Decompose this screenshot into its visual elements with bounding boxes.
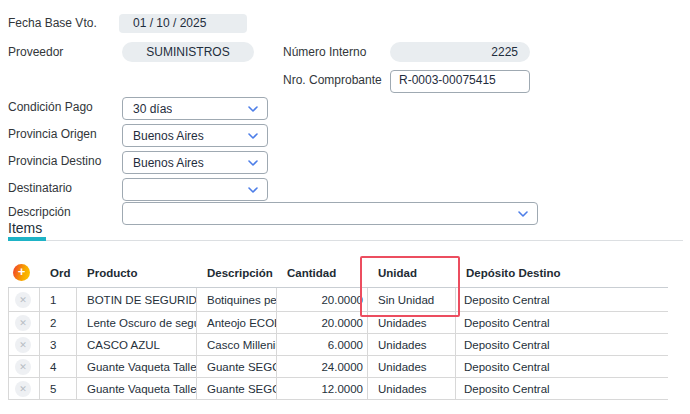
cell-ord: 3 [40,334,77,356]
destinatario-label: Destinatario [8,178,72,199]
chevron-down-icon [247,103,259,115]
cell-producto[interactable]: Lente Oscuro de seguri... [77,312,197,334]
cell-producto[interactable]: BOTIN DE SEGURIDAD [77,288,197,312]
col-header-descripcion: Descripción [197,258,277,287]
cell-descripcion[interactable]: Botiquines peq... [197,288,277,312]
cell-descripcion[interactable]: Anteojo ECOLI... [197,312,277,334]
items-table: + Ord Producto Descripción Cantidad Unid… [8,258,668,400]
provincia-destino-value: Buenos Aires [133,156,204,170]
numero-interno-field: 2225 [390,42,530,62]
nro-comprobante-input[interactable]: R-0003-00075415 [390,70,530,93]
cell-deposito[interactable]: Deposito Central [456,312,668,334]
table-header-row: + Ord Producto Descripción Cantidad Unid… [8,258,668,288]
proveedor-field: SUMINISTROS [122,42,254,62]
chevron-down-icon [247,157,259,169]
delete-row-icon[interactable]: ✕ [15,315,31,331]
chevron-down-icon [247,130,259,142]
provincia-destino-select[interactable]: Buenos Aires [122,151,268,174]
cell-unidad[interactable]: Sin Unidad [368,288,456,312]
cell-cantidad[interactable]: 20.0000 [277,312,368,334]
cell-cantidad[interactable]: 20.0000 [277,288,368,312]
table-row: ✕ 3 CASCO AZUL Casco Milleniu... 6.0000 … [8,334,668,356]
destinatario-select[interactable] [122,178,268,201]
provincia-origen-select[interactable]: Buenos Aires [122,124,268,147]
nro-comprobante-label: Nro. Comprobante [283,70,382,91]
tab-items[interactable]: Items [8,220,42,236]
table-row: ✕ 5 Guante Vaqueta Talle 11 Guante SEGO.… [8,378,668,400]
cell-unidad[interactable]: Unidades [368,334,456,356]
delete-row-icon[interactable]: ✕ [15,359,31,375]
items-divider [8,240,683,241]
cell-cantidad[interactable]: 6.0000 [277,334,368,356]
col-header-deposito: Depósito Destino [456,258,668,287]
cell-producto[interactable]: Guante Vaqueta Talle 10 [77,356,197,378]
cell-deposito[interactable]: Deposito Central [456,356,668,378]
cell-deposito[interactable]: Deposito Central [456,378,668,400]
fecha-base-field: 01 / 10 / 2025 [119,14,247,33]
chevron-down-icon [517,208,529,220]
cell-descripcion[interactable]: Casco Milleniu... [197,334,277,356]
numero-interno-label: Número Interno [283,42,366,62]
cell-cantidad[interactable]: 12.0000 [277,378,368,400]
active-tab-underline [8,237,46,241]
fecha-base-label: Fecha Base Vto. [8,14,97,33]
table-row: ✕ 1 BOTIN DE SEGURIDAD Botiquines peq...… [8,288,668,312]
cell-deposito[interactable]: Deposito Central [456,288,668,312]
cell-descripcion[interactable]: Guante SEGO... [197,356,277,378]
cell-producto[interactable]: CASCO AZUL [77,334,197,356]
cell-unidad[interactable]: Unidades [368,312,456,334]
proveedor-label: Proveedor [8,42,63,62]
cell-cantidad[interactable]: 24.0000 [277,356,368,378]
table-row: ✕ 4 Guante Vaqueta Talle 10 Guante SEGO.… [8,356,668,378]
cell-unidad[interactable]: Unidades [368,356,456,378]
cell-ord: 5 [40,378,77,400]
cell-deposito[interactable]: Deposito Central [456,334,668,356]
table-row: ✕ 2 Lente Oscuro de seguri... Anteojo EC… [8,312,668,334]
descripcion-combobox[interactable] [122,202,538,225]
cell-ord: 4 [40,356,77,378]
cell-unidad[interactable]: Unidades [368,378,456,400]
condicion-pago-select[interactable]: 30 días [122,97,268,120]
cell-descripcion[interactable]: Guante SEGO... [197,378,277,400]
cell-producto[interactable]: Guante Vaqueta Talle 11 [77,378,197,400]
provincia-origen-value: Buenos Aires [133,129,204,143]
provincia-destino-label: Provincia Destino [8,151,101,172]
delete-row-icon[interactable]: ✕ [15,292,31,308]
cell-ord: 1 [40,288,77,312]
delete-row-icon[interactable]: ✕ [15,381,31,397]
col-header-ord: Ord [40,258,77,287]
cell-ord: 2 [40,312,77,334]
condicion-pago-label: Condición Pago [8,97,93,118]
chevron-down-icon [247,184,259,196]
col-header-cantidad: Cantidad [277,258,368,287]
condicion-pago-value: 30 días [133,102,172,116]
col-header-unidad: Unidad [368,258,456,287]
delete-row-icon[interactable]: ✕ [15,337,31,353]
provincia-origen-label: Provincia Origen [8,124,97,145]
col-header-producto: Producto [77,258,197,287]
add-row-button[interactable]: + [13,264,30,281]
